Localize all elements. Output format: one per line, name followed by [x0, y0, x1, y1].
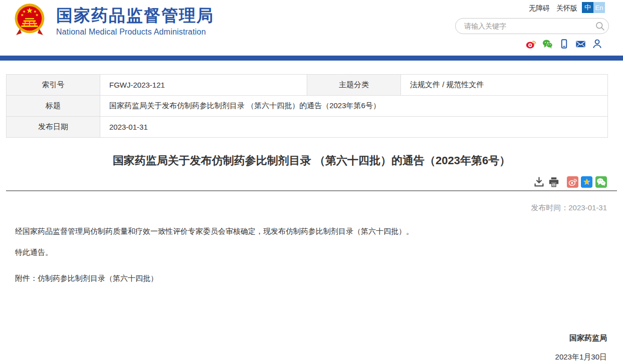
signer-name: 国家药监局: [0, 333, 607, 343]
wechat-icon[interactable]: [542, 39, 553, 49]
index-number-label: 索引号: [7, 75, 100, 96]
publish-date-label: 发布日期: [7, 117, 100, 138]
search-box: [455, 18, 609, 34]
site-title-zh: 国家药品监督管理局: [56, 7, 214, 25]
title-value: 国家药监局关于发布仿制药参比制剂目录 （第六十四批）的通告（2023年第6号）: [100, 96, 608, 117]
print-icon[interactable]: [548, 177, 559, 187]
lang-english-button[interactable]: En: [593, 2, 605, 13]
document-meta-table: 索引号 FGWJ-2023-121 主题分类 法规文件 / 规范性文件 标题 国…: [6, 74, 608, 138]
publish-date-value: 2023-01-31: [100, 117, 608, 138]
table-row: 标题 国家药监局关于发布仿制药参比制剂目录 （第六十四批）的通告（2023年第6…: [7, 96, 608, 117]
signature-block: 国家药监局 2023年1月30日: [0, 333, 607, 362]
header-divider-bar: [0, 56, 623, 61]
weibo-icon[interactable]: [526, 39, 536, 49]
mobile-icon[interactable]: [559, 39, 569, 49]
accessibility-link[interactable]: 无障碍: [529, 4, 550, 13]
table-row: 索引号 FGWJ-2023-121 主题分类 法规文件 / 规范性文件: [7, 75, 608, 96]
site-title-block: 国家药品监督管理局 National Medical Products Admi…: [56, 7, 214, 37]
article-body: 经国家药品监督管理局仿制药质量和疗效一致性评价专家委员会审核确定，现发布仿制药参…: [15, 227, 607, 283]
user-icon[interactable]: [592, 39, 602, 49]
publish-time: 发布时间：2023-01-31: [0, 203, 607, 213]
national-emblem-logo: [14, 3, 46, 38]
signature-date: 2023年1月30日: [0, 352, 607, 362]
title-divider-line: [6, 190, 617, 191]
category-label: 主题分类: [307, 75, 401, 96]
qzone-favorite-icon[interactable]: ★: [581, 176, 592, 188]
page-title: 国家药监局关于发布仿制药参比制剂目录 （第六十四批）的通告（2023年第6号）: [0, 153, 623, 169]
language-switch: 中 En: [582, 2, 605, 13]
download-icon[interactable]: [534, 177, 544, 187]
category-value: 法规文件 / 规范性文件: [401, 75, 608, 96]
social-icon-row: [526, 39, 602, 49]
site-header: 国家药品监督管理局 National Medical Products Admi…: [0, 0, 623, 56]
top-utility-links: 无障碍 关怀版: [529, 4, 577, 13]
table-row: 发布日期 2023-01-31: [7, 117, 608, 138]
search-icon[interactable]: [591, 19, 608, 34]
star-glyph: ★: [583, 177, 590, 187]
attachment-link[interactable]: 附件：仿制药参比制剂目录（第六十四批）: [15, 274, 607, 283]
title-label: 标题: [7, 96, 100, 117]
body-paragraph: 经国家药品监督管理局仿制药质量和疗效一致性评价专家委员会审核确定，现发布仿制药参…: [15, 227, 607, 236]
lang-chinese-button[interactable]: 中: [582, 2, 593, 13]
wechat-share-icon[interactable]: [595, 176, 607, 188]
site-title-en: National Medical Products Administration: [56, 28, 214, 37]
index-number-value: FGWJ-2023-121: [100, 75, 307, 96]
weibo-share-icon[interactable]: [567, 176, 578, 188]
body-paragraph: 特此通告。: [15, 248, 607, 257]
mail-icon[interactable]: [575, 39, 586, 49]
search-input[interactable]: [464, 22, 591, 30]
care-version-link[interactable]: 关怀版: [556, 4, 577, 13]
article-toolbar: ★: [0, 176, 607, 188]
